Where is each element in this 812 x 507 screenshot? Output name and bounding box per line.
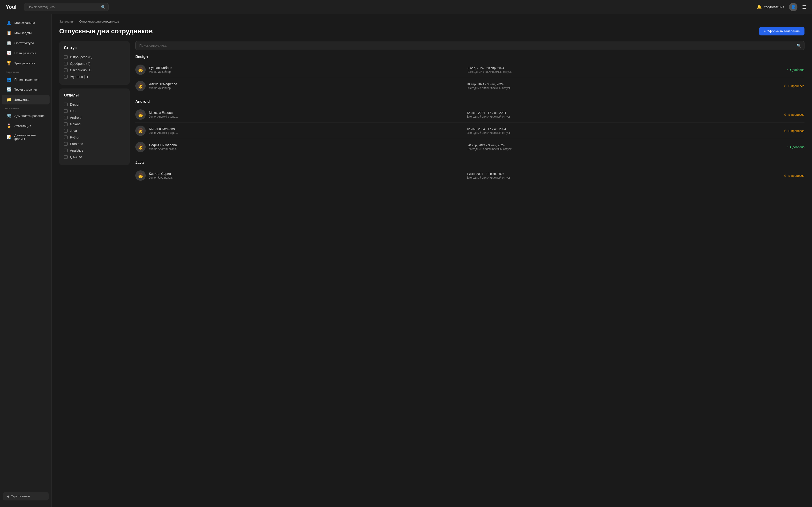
- sidebar-item-org-structure[interactable]: 🏢 Оргструктура: [2, 38, 50, 48]
- sidebar-item-my-tasks[interactable]: 📋 Мои задачи: [2, 28, 50, 38]
- dept-label-0: Design: [70, 103, 80, 106]
- status-filter-item-3[interactable]: Удалено (1): [64, 73, 125, 80]
- avatar: 👨: [135, 170, 146, 181]
- notifications-button[interactable]: 🔔 Уведомления: [757, 4, 784, 10]
- dept-filter-item-8[interactable]: QA Auto: [64, 154, 125, 160]
- emp-role: Middle Дизайнер: [149, 87, 463, 90]
- sidebar-item-label: Администрирование: [14, 114, 45, 118]
- dept-checkbox-0[interactable]: [64, 103, 68, 106]
- main-content: Заявления › Отпускные дни сотрудников От…: [52, 14, 812, 507]
- emp-info: Руслан Бобров Middle Дизайнер: [149, 66, 464, 73]
- departments-filter-card: Отделы Design iOS Android: [59, 89, 130, 165]
- folder-icon: 📁: [7, 97, 11, 102]
- employee-search-bar: 🔍: [135, 41, 805, 50]
- clock-icon: ⏱: [784, 174, 787, 177]
- sidebar-item-attestation[interactable]: 🎖️ Аттестация: [2, 121, 50, 131]
- sidebar-item-dev-track[interactable]: 🏆 Трек развития: [2, 58, 50, 68]
- dept-checkbox-3[interactable]: [64, 122, 68, 126]
- employee-search-input[interactable]: [135, 41, 805, 50]
- sidebar-item-my-page[interactable]: 👤 Моя страница: [2, 18, 50, 28]
- header-search-bar: 🔍: [24, 3, 109, 11]
- emp-leave-type: Ежегодный оплачиваемый отпуск: [467, 148, 783, 151]
- dept-filter-item-3[interactable]: Goland: [64, 121, 125, 127]
- status-filter-title: Статус: [64, 46, 125, 50]
- dept-group-title-android: Android: [135, 100, 805, 104]
- dept-filter-item-1[interactable]: iOS: [64, 108, 125, 114]
- create-application-button[interactable]: + Оформить заявление: [759, 27, 805, 36]
- hamburger-menu-button[interactable]: ☰: [802, 4, 806, 10]
- emp-date-range: 20 апр, 2024 - 3 май, 2024: [466, 82, 780, 86]
- status-badge: ✓ Одобрено: [786, 145, 805, 149]
- emp-date-range: 1 июн, 2024 - 10 июн, 2024: [466, 172, 780, 176]
- gear-icon: ⚙️: [7, 113, 11, 118]
- status-label-2: Отклонено (1): [70, 68, 92, 72]
- status-text: В процессе: [788, 84, 805, 88]
- clock-icon: ⏱: [784, 84, 787, 88]
- table-row[interactable]: 👩 Милана Беляева Junior Android-разра...…: [135, 123, 805, 139]
- header-search-input[interactable]: [24, 3, 109, 11]
- clock-icon: ⏱: [784, 129, 787, 133]
- emp-info: Алёна Тимофеева Middle Дизайнер: [149, 82, 463, 90]
- sidebar-item-dev-plan[interactable]: 📈 План развития: [2, 48, 50, 58]
- dept-checkbox-6[interactable]: [64, 142, 68, 146]
- dept-checkbox-8[interactable]: [64, 155, 68, 159]
- emp-name: Софья Николаева: [149, 143, 464, 147]
- avatar: 👩: [135, 81, 146, 91]
- filters-column: Статус В процессе (6) Одобрено (4) Откло…: [59, 41, 130, 189]
- status-filter-item-1[interactable]: Одобрено (4): [64, 60, 125, 67]
- dept-filter-item-2[interactable]: Android: [64, 114, 125, 121]
- dept-checkbox-1[interactable]: [64, 109, 68, 113]
- dept-filter-item-5[interactable]: Python: [64, 134, 125, 140]
- user-avatar[interactable]: 👤: [789, 3, 798, 11]
- sidebar-item-dynamic-forms[interactable]: 📝 Динамические формы: [2, 131, 50, 143]
- sidebar-item-dev-tracks[interactable]: 🔄 Треки развития: [2, 85, 50, 94]
- status-text: Одобрено: [790, 68, 805, 72]
- status-checkbox-2[interactable]: [64, 68, 68, 72]
- status-filter-item-0[interactable]: В процессе (6): [64, 54, 125, 60]
- dept-checkbox-2[interactable]: [64, 116, 68, 119]
- dept-label-6: Frontend: [70, 142, 83, 146]
- status-filter-item-2[interactable]: Отклонено (1): [64, 67, 125, 73]
- table-row[interactable]: 👨 Кирилл Сарин Junior Java-разра... 1 ию…: [135, 168, 805, 183]
- emp-name: Алёна Тимофеева: [149, 82, 463, 86]
- departments-filter-title: Отделы: [64, 93, 125, 97]
- hide-menu-button[interactable]: ◀ Скрыть меню: [3, 492, 49, 500]
- dept-filter-item-6[interactable]: Frontend: [64, 140, 125, 147]
- status-badge: ✓ Одобрено: [786, 68, 805, 72]
- dept-label-7: Analytics: [70, 149, 83, 152]
- dept-group-android: Android 👨 Максим Евсеев Junior Android-р…: [135, 100, 805, 155]
- breadcrumb-parent[interactable]: Заявления: [59, 20, 74, 23]
- sidebar-section-employees: Сотрудники: [0, 68, 51, 74]
- table-row[interactable]: 👨 Максим Евсеев Junior Android-разра... …: [135, 107, 805, 123]
- dept-checkbox-4[interactable]: [64, 129, 68, 133]
- sidebar-section-management: Управление: [0, 105, 51, 111]
- status-checkbox-1[interactable]: [64, 62, 68, 65]
- emp-role: Junior Java-разра...: [149, 176, 463, 179]
- sidebar-item-dev-plans[interactable]: 👥 Планы развития: [2, 75, 50, 84]
- emp-leave-type: Ежегодный оплачиваемый отпуск: [466, 131, 780, 134]
- table-row[interactable]: 👩 Софья Николаева Middle Android-разра..…: [135, 139, 805, 155]
- status-filter-card: Статус В процессе (6) Одобрено (4) Откло…: [59, 41, 130, 85]
- sidebar-item-label: Аттестация: [14, 124, 31, 128]
- emp-role: Middle Дизайнер: [149, 70, 464, 73]
- dept-filter-item-7[interactable]: Analytics: [64, 147, 125, 154]
- dept-filter-item-4[interactable]: Java: [64, 127, 125, 134]
- dept-checkbox-5[interactable]: [64, 135, 68, 139]
- tasks-icon: 📋: [7, 31, 11, 36]
- table-row[interactable]: 👨 Руслан Бобров Middle Дизайнер 8 апр, 2…: [135, 62, 805, 78]
- emp-leave-type: Ежегодный оплачиваемый отпуск: [466, 176, 780, 179]
- status-checkbox-3[interactable]: [64, 75, 68, 78]
- sidebar-item-admin[interactable]: ⚙️ Администрирование: [2, 111, 50, 121]
- header-right: 🔔 Уведомления 👤 ☰: [757, 3, 806, 11]
- emp-date-range: 8 апр, 2024 - 20 апр, 2024: [467, 66, 783, 70]
- emp-leave-type: Ежегодный оплачиваемый отпуск: [466, 115, 780, 118]
- dept-group-java: Java 👨 Кирилл Сарин Junior Java-разра...…: [135, 161, 805, 183]
- table-row[interactable]: 👩 Алёна Тимофеева Middle Дизайнер 20 апр…: [135, 78, 805, 94]
- status-label-0: В процессе (6): [70, 55, 92, 59]
- dept-filter-item-0[interactable]: Design: [64, 101, 125, 108]
- sidebar-item-applications[interactable]: 📁 Заявления: [2, 95, 50, 105]
- status-checkbox-0[interactable]: [64, 55, 68, 59]
- sidebar-item-label: Мои задачи: [14, 31, 32, 35]
- dept-label-1: iOS: [70, 109, 75, 113]
- dept-checkbox-7[interactable]: [64, 149, 68, 152]
